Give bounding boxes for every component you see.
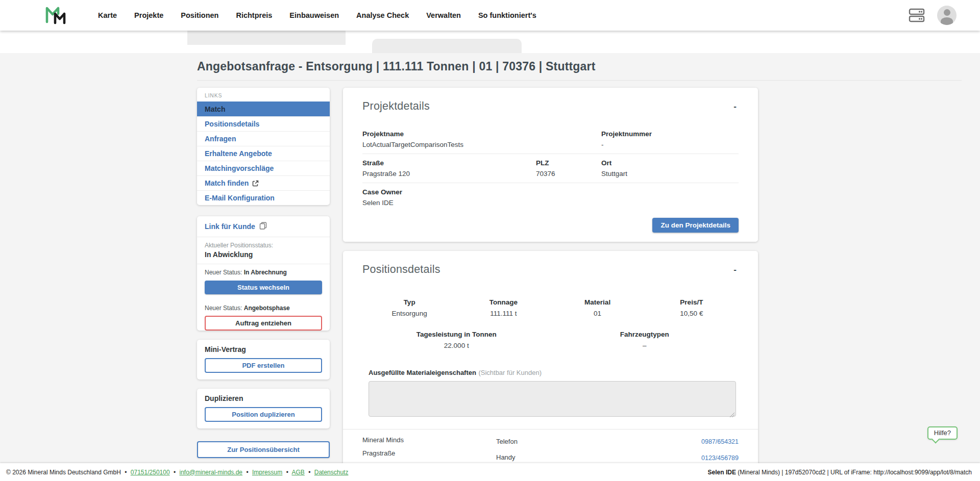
material-properties-label: Ausgefüllte Materialeigenschaften (Sicht… [369, 368, 734, 377]
page-body: Angebotsanfrage - Entsorgung | 111.111 T… [0, 53, 980, 463]
background-block [187, 31, 346, 45]
external-link-icon [252, 180, 259, 187]
field-plz: PLZ 70376 [536, 159, 601, 178]
mini-contract-title: Mini-Vertrag [205, 345, 322, 353]
contact-handy-number[interactable]: 0123/456789 [701, 454, 739, 462]
current-status-value: In Abwicklung [205, 250, 322, 259]
nav-item-analyse-check[interactable]: Analyse Check [356, 11, 409, 19]
sidebar-item-match[interactable]: Match [197, 102, 330, 116]
nav-item-verwalten[interactable]: Verwalten [426, 11, 461, 19]
contact-handy-label: Handy [496, 449, 598, 463]
field-ort: Ort Stuttgart [601, 159, 739, 178]
title-divider [197, 80, 962, 81]
duplicate-title: Duplizieren [205, 394, 322, 402]
next-status-value-2: Angebotsphase [244, 305, 290, 312]
brand-logo[interactable] [45, 6, 68, 24]
field-case-owner: Case Owner Selen IDE [362, 188, 739, 207]
footer-link-phone[interactable]: 07151/250100 [131, 469, 170, 476]
sidebar-item-erhaltene-angebote[interactable]: Erhaltene Angebote [197, 146, 330, 161]
current-status-label: Aktueller Positionsstatus: [205, 242, 322, 249]
links-card-header: LINKS [197, 88, 330, 102]
change-status-button[interactable]: Status wechseln [205, 281, 322, 294]
position-details-card: Positionsdetails - Typ Entsorgung Tonnag… [343, 251, 758, 463]
field-fahrzeugtypen: Fahrzeugtypen – [551, 331, 739, 349]
next-status-value-1: In Abrechnung [244, 269, 287, 276]
server-stack-icon[interactable] [909, 8, 925, 22]
field-typ: Typ Entsorgung [362, 298, 456, 317]
customer-link[interactable]: Link für Kunde [197, 216, 330, 237]
contact-section: Mineral Minds Pragstraße 70376 Stuttgart… [343, 429, 758, 463]
nav-item-positionen[interactable]: Positionen [181, 11, 218, 19]
field-projektname: Projektname LotActualTargetComparisonTes… [362, 130, 601, 148]
footer-link-datenschutz[interactable]: Datenschutz [314, 469, 349, 476]
field-tagesleistung: Tagesleistung in Tonnen 22.000 t [362, 331, 551, 349]
field-projektnummer: Projektnummer - [601, 130, 739, 148]
links-card: LINKS Match Positionsdetails Anfragen Er… [197, 88, 330, 205]
sidebar-item-match-finden[interactable]: Match finden [197, 175, 330, 190]
page-title: Angebotsanfrage - Entsorgung | 111.111 T… [197, 60, 960, 73]
sidebar-item-positionsdetails[interactable]: Positionsdetails [197, 116, 330, 131]
sidebar: LINKS Match Positionsdetails Anfragen Er… [197, 88, 330, 458]
duplicate-position-button[interactable]: Position duplizieren [205, 407, 322, 422]
field-preis-pro-tonne: Preis/T 10,50 € [645, 298, 739, 317]
footer: © 2026 Mineral Minds Deutschland GmbH • … [0, 463, 980, 481]
to-project-details-button[interactable]: Zu den Projektdetails [652, 218, 739, 233]
next-status-line-1: Neuer Status: In Abrechnung [197, 264, 330, 277]
material-properties-hint: (Sichtbar für Kunden) [478, 369, 542, 376]
duplicate-card: Duplizieren Position duplizieren [197, 389, 330, 428]
mini-contract-card: Mini-Vertrag PDF erstellen [197, 340, 330, 379]
field-tonnage: Tonnage 111.111 t [456, 298, 550, 317]
nav-item-einbauweisen[interactable]: Einbauweisen [289, 11, 339, 19]
footer-link-email[interactable]: info@mineral-minds.de [179, 469, 242, 476]
project-details-title: Projektdetails [362, 100, 430, 113]
contact-telefon-number[interactable]: 0987/654321 [701, 438, 739, 445]
sidebar-item-anfragen[interactable]: Anfragen [197, 131, 330, 146]
help-button[interactable]: Hilfe? [927, 426, 958, 440]
contact-street: Pragstraße [362, 447, 496, 460]
avatar-body-icon [941, 17, 953, 25]
nav-item-projekte[interactable]: Projekte [134, 11, 163, 19]
top-navbar: Karte Projekte Positionen Richtpreis Ein… [0, 0, 980, 31]
nav-item-karte[interactable]: Karte [98, 11, 117, 19]
nav-item-richtpreis[interactable]: Richtpreis [236, 11, 272, 19]
contact-telefon-label: Telefon [496, 434, 598, 449]
field-strasse: Straße Pragstraße 120 [362, 159, 536, 178]
footer-link-impressum[interactable]: Impressum [252, 469, 282, 476]
sidebar-item-matchingvorschlaege[interactable]: Matchingvorschläge [197, 161, 330, 175]
field-material: Material 01 [551, 298, 645, 317]
nav-item-so-funktionierts[interactable]: So funktioniert's [478, 11, 536, 19]
avatar-head-icon [944, 9, 950, 16]
next-status-line-2: Neuer Status: Angebotsphase [197, 300, 330, 313]
mineral-minds-logo-icon [45, 6, 68, 24]
position-details-title: Positionsdetails [362, 263, 440, 276]
withdraw-order-button[interactable]: Auftrag entziehen [205, 316, 322, 331]
main-nav: Karte Projekte Positionen Richtpreis Ein… [98, 11, 536, 19]
project-details-card: Projektdetails - Projektname LotActualTa… [343, 88, 758, 242]
sidebar-item-email-konfiguration[interactable]: E-Mail Konfiguration [197, 190, 330, 205]
position-overview-button[interactable]: Zur Positionsübersicht [197, 441, 330, 458]
collapse-project-details-icon[interactable]: - [731, 102, 739, 112]
footer-left: © 2026 Mineral Minds Deutschland GmbH • … [6, 469, 348, 476]
footer-session-info: Selen IDE (Mineral Minds) | 197d52070cd2… [708, 469, 972, 476]
user-avatar[interactable] [937, 6, 957, 25]
footer-copyright: © 2026 Mineral Minds Deutschland GmbH [6, 469, 121, 476]
background-block-rounded [372, 39, 522, 53]
collapse-position-details-icon[interactable]: - [731, 265, 739, 275]
copy-icon[interactable] [259, 222, 267, 231]
footer-link-agb[interactable]: AGB [292, 469, 305, 476]
material-properties-textarea[interactable] [369, 381, 736, 417]
status-card: Link für Kunde Aktueller Positionsstatus… [197, 216, 330, 331]
contact-company: Mineral Minds [362, 434, 496, 447]
create-pdf-button[interactable]: PDF erstellen [205, 358, 322, 373]
scroll-remnant-strip [0, 31, 980, 53]
main-content: Projektdetails - Projektname LotActualTa… [343, 88, 758, 463]
